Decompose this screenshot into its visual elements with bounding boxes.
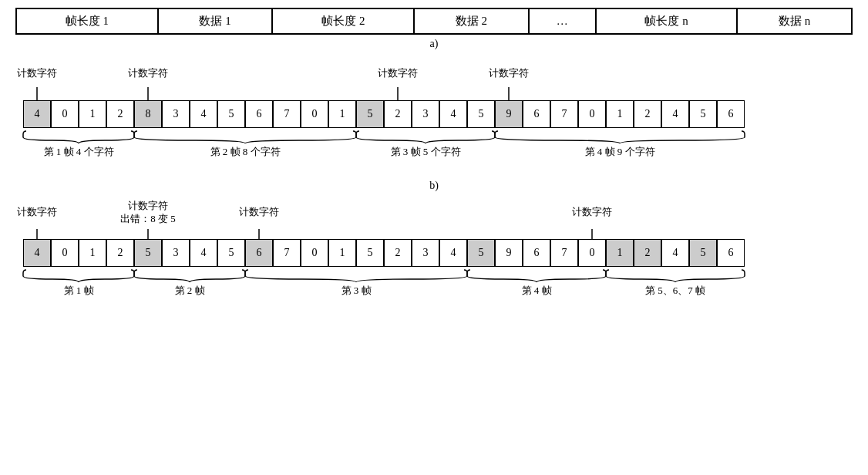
cell-25: 6 xyxy=(717,100,745,128)
cell-11: 1 xyxy=(328,100,356,128)
cell-24: 5 xyxy=(689,100,717,128)
part-b-section: 计数字符计数字符计数字符计数字符第 1 帧 4 个字符第 2 帧 8 个字符第 … xyxy=(15,58,853,170)
cell-2: 1 xyxy=(79,100,106,128)
cell-0: 4 xyxy=(23,239,51,267)
cell-9: 7 xyxy=(273,239,301,267)
cell-12: 5 xyxy=(356,239,384,267)
cell-12: 5 xyxy=(356,100,384,128)
cell-23: 4 xyxy=(661,239,689,267)
frame-table: 帧长度 1 数据 1 帧长度 2 数据 2 … 帧长度 n 数据 n xyxy=(15,8,853,35)
cell-9: 7 xyxy=(273,100,301,128)
part-c-section: 计数字符计数字符出错：8 变 5计数字符计数字符第 1 帧第 2 帧第 3 帧第… xyxy=(15,197,853,309)
cell-22: 2 xyxy=(634,239,661,267)
cell-24: 5 xyxy=(689,239,717,267)
cell-23: 4 xyxy=(661,100,689,128)
cell-17: 9 xyxy=(495,239,523,267)
cell-4: 5 xyxy=(134,239,162,267)
cell-21: 1 xyxy=(606,239,634,267)
cell-7: 5 xyxy=(217,100,245,128)
cell-ellipsis: … xyxy=(529,8,596,34)
part-a-label: a) xyxy=(15,38,853,50)
cell-8: 6 xyxy=(245,239,273,267)
cell-16: 5 xyxy=(467,239,495,267)
cell-13: 2 xyxy=(384,239,412,267)
part-a-section: 帧长度 1 数据 1 帧长度 2 数据 2 … 帧长度 n 数据 n a) xyxy=(15,8,853,50)
cell-13: 2 xyxy=(384,100,412,128)
cell-11: 1 xyxy=(328,239,356,267)
cell-frame-len-n: 帧长度 n xyxy=(596,8,738,34)
cell-10: 0 xyxy=(301,239,328,267)
cell-frame-len-1: 帧长度 1 xyxy=(16,8,158,34)
cell-15: 4 xyxy=(439,239,467,267)
cell-8: 6 xyxy=(245,100,273,128)
cell-20: 0 xyxy=(578,100,606,128)
cell-19: 7 xyxy=(550,239,578,267)
cell-0: 4 xyxy=(23,100,51,128)
cell-15: 4 xyxy=(439,100,467,128)
cell-data-n: 数据 n xyxy=(737,8,852,34)
cell-16: 5 xyxy=(467,100,495,128)
cell-10: 0 xyxy=(301,100,328,128)
cell-17: 9 xyxy=(495,100,523,128)
cell-14: 3 xyxy=(412,239,439,267)
cell-5: 3 xyxy=(162,100,190,128)
cell-25: 6 xyxy=(717,239,745,267)
cell-14: 3 xyxy=(412,100,439,128)
cell-3: 2 xyxy=(106,239,134,267)
cell-data-1: 数据 1 xyxy=(158,8,273,34)
cell-19: 7 xyxy=(550,100,578,128)
cell-7: 5 xyxy=(217,239,245,267)
cell-3: 2 xyxy=(106,100,134,128)
cell-20: 0 xyxy=(578,239,606,267)
cell-5: 3 xyxy=(162,239,190,267)
cell-2: 1 xyxy=(79,239,106,267)
cell-6: 4 xyxy=(190,239,217,267)
cell-22: 2 xyxy=(634,100,661,128)
cell-18: 6 xyxy=(523,239,550,267)
cell-4: 8 xyxy=(134,100,162,128)
cell-21: 1 xyxy=(606,100,634,128)
cell-1: 0 xyxy=(51,239,79,267)
cell-data-2: 数据 2 xyxy=(414,8,529,34)
cell-1: 0 xyxy=(51,100,79,128)
cell-18: 6 xyxy=(523,100,550,128)
cell-frame-len-2: 帧长度 2 xyxy=(272,8,414,34)
cell-6: 4 xyxy=(190,100,217,128)
part-b-label: b) xyxy=(15,180,853,192)
